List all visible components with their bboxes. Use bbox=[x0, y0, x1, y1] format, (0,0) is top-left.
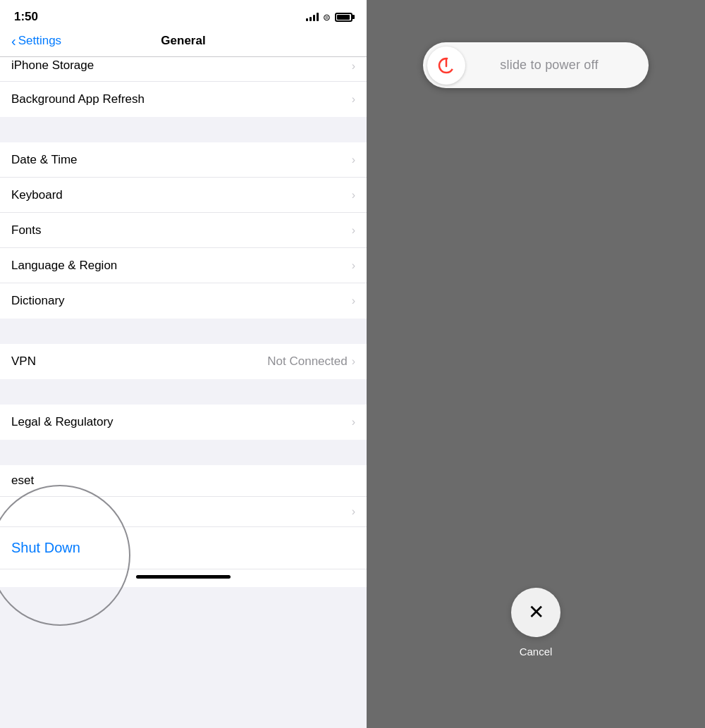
section-group-reset: eset › bbox=[0, 465, 367, 527]
nav-title: General bbox=[161, 34, 205, 48]
language-region-label: Language & Region bbox=[11, 259, 352, 273]
chevron-icon: › bbox=[352, 189, 355, 202]
slider-text: slide to power off bbox=[465, 58, 644, 73]
chevron-icon: › bbox=[352, 416, 355, 428]
settings-list: iPhone Storage › Background App Refresh … bbox=[0, 57, 367, 728]
fonts-label: Fonts bbox=[11, 223, 352, 237]
cancel-x-icon: ✕ bbox=[528, 603, 544, 622]
legal-regulatory-item[interactable]: Legal & Regulatory › bbox=[0, 405, 367, 440]
legal-regulatory-label: Legal & Regulatory bbox=[11, 415, 352, 429]
back-label: Settings bbox=[18, 34, 61, 48]
shut-down-container: Shut Down bbox=[0, 527, 367, 569]
chevron-icon: › bbox=[352, 154, 355, 166]
signal-icon bbox=[306, 13, 319, 21]
reset-partial: eset bbox=[0, 465, 367, 497]
section-group-locale: Date & Time › Keyboard › Fonts › Languag… bbox=[0, 142, 367, 319]
vpn-value: Not Connected bbox=[267, 354, 347, 369]
date-time-item[interactable]: Date & Time › bbox=[0, 142, 367, 178]
cancel-container: ✕ Cancel bbox=[511, 588, 560, 658]
status-bar: 1:50 ⊜ bbox=[0, 0, 367, 30]
power-slider-container: slide to power off bbox=[423, 42, 649, 88]
section-gap-4 bbox=[0, 440, 367, 465]
chevron-icon: › bbox=[352, 224, 355, 237]
reset-partial-label: eset bbox=[11, 474, 34, 487]
section-gap-3 bbox=[0, 379, 367, 405]
home-bar bbox=[136, 575, 231, 579]
shut-down-item[interactable]: Shut Down bbox=[0, 527, 367, 569]
power-slider[interactable]: slide to power off bbox=[423, 42, 649, 88]
section-group-storage: iPhone Storage › Background App Refresh … bbox=[0, 57, 367, 117]
chevron-icon: › bbox=[352, 355, 355, 368]
back-chevron-icon: ‹ bbox=[11, 34, 16, 48]
date-time-label: Date & Time bbox=[11, 153, 352, 167]
status-time: 1:50 bbox=[14, 10, 38, 24]
section-group-vpn: VPN Not Connected › bbox=[0, 344, 367, 379]
keyboard-item[interactable]: Keyboard › bbox=[0, 178, 367, 213]
chevron-icon: › bbox=[352, 93, 355, 106]
keyboard-label: Keyboard bbox=[11, 188, 352, 202]
dictionary-item[interactable]: Dictionary › bbox=[0, 283, 367, 319]
fonts-item[interactable]: Fonts › bbox=[0, 213, 367, 248]
battery-icon bbox=[335, 13, 352, 22]
nav-bar: ‹ Settings General bbox=[0, 30, 367, 57]
wifi-icon: ⊜ bbox=[323, 12, 331, 23]
reset-row[interactable]: › bbox=[0, 497, 367, 527]
ios-settings-panel: 1:50 ⊜ ‹ Settings General iPhone Storage… bbox=[0, 0, 367, 728]
dictionary-label: Dictionary bbox=[11, 294, 352, 308]
status-icons: ⊜ bbox=[306, 12, 352, 23]
iphone-storage-label: iPhone Storage bbox=[11, 58, 352, 73]
section-gap-1 bbox=[0, 117, 367, 142]
vpn-label: VPN bbox=[11, 354, 267, 369]
chevron-icon: › bbox=[352, 259, 355, 272]
cancel-label: Cancel bbox=[520, 646, 553, 658]
power-icon bbox=[436, 56, 456, 75]
back-button[interactable]: ‹ Settings bbox=[11, 34, 61, 48]
background-app-refresh-item[interactable]: Background App Refresh › bbox=[0, 82, 367, 117]
iphone-storage-item[interactable]: iPhone Storage › bbox=[0, 57, 367, 82]
chevron-icon: › bbox=[352, 60, 355, 73]
section-group-legal: Legal & Regulatory › bbox=[0, 405, 367, 440]
chevron-icon: › bbox=[352, 505, 355, 518]
cancel-button[interactable]: ✕ bbox=[511, 588, 560, 637]
vpn-item[interactable]: VPN Not Connected › bbox=[0, 344, 367, 379]
power-off-overlay: slide to power off ✕ Cancel bbox=[367, 0, 705, 728]
chevron-icon: › bbox=[352, 295, 355, 307]
power-thumb bbox=[427, 47, 465, 85]
language-region-item[interactable]: Language & Region › bbox=[0, 248, 367, 283]
home-indicator bbox=[0, 569, 367, 587]
section-gap-2 bbox=[0, 319, 367, 344]
background-app-refresh-label: Background App Refresh bbox=[11, 92, 352, 106]
shut-down-label: Shut Down bbox=[11, 540, 80, 556]
